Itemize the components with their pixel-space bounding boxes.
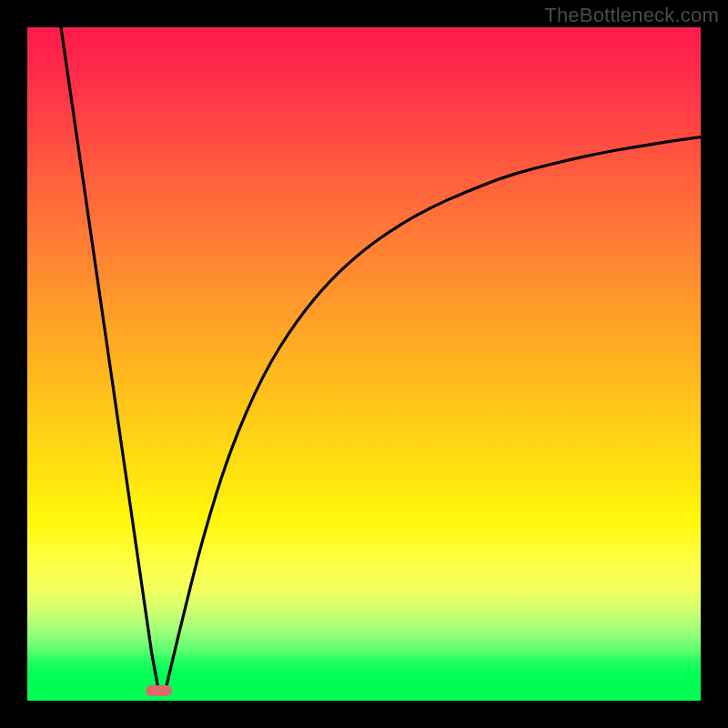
plot-area (27, 27, 701, 701)
watermark-text: TheBottleneck.com (544, 4, 719, 27)
optimal-marker (146, 685, 173, 696)
heat-gradient (27, 27, 701, 675)
